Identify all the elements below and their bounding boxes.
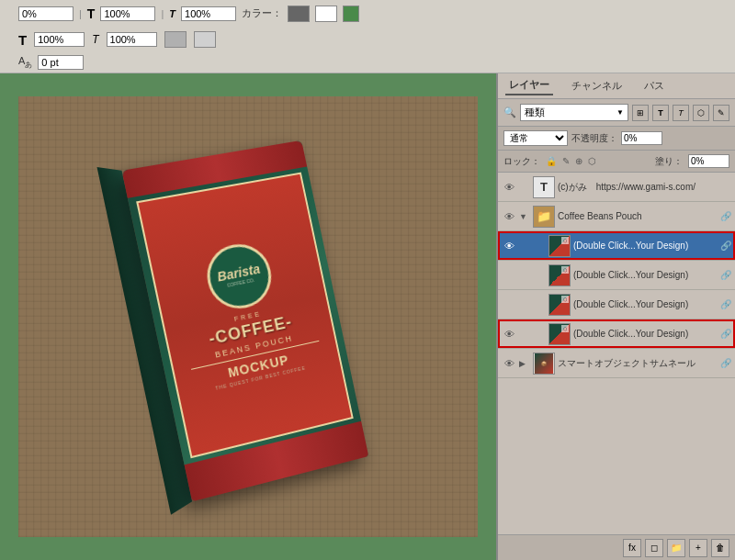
layer-name-1: (c)がみ https://www.gami-s.com/	[558, 181, 731, 194]
delete-layer-btn[interactable]: 🗑	[711, 539, 729, 557]
move-icon[interactable]: ⊕	[575, 156, 582, 166]
layer-thumb-1: T	[533, 176, 555, 198]
panel-header: レイヤー チャンネル パス	[498, 73, 735, 99]
tab-channels[interactable]: チャンネル	[568, 77, 626, 95]
link-icon-3: 🔗	[720, 241, 731, 251]
expand-2[interactable]: ▼	[519, 212, 530, 221]
toolbar-separator: |	[79, 8, 82, 19]
layer-name-smart-4: (Double Click...Your Design)	[573, 329, 718, 339]
layer-thumb-smart-thumb: 📦	[533, 353, 555, 375]
toolbar-row3: Aあ	[0, 52, 735, 73]
font-t-icon2: T	[92, 33, 98, 46]
search-icon: 🔍	[503, 106, 516, 118]
layer-thumb-folder: 📁	[533, 206, 555, 228]
layer-item-text[interactable]: 👁 T (c)がみ https://www.gami-s.com/	[498, 173, 735, 202]
eye-visibility-6[interactable]: 👁	[502, 327, 516, 342]
eye-visibility-2[interactable]: 👁	[502, 209, 516, 224]
fill-input[interactable]	[688, 154, 729, 168]
layer-item-smart-thumb[interactable]: 👁 ▶ 📦 スマートオブジェクトサムネール 🔗	[498, 349, 735, 378]
icon-btn-3[interactable]: T	[673, 105, 689, 121]
layer-thumb-smart-2: ⬡	[548, 264, 571, 286]
layer-name-smart-2: (Double Click...Your Design)	[573, 270, 718, 280]
layer-name-coffee-beans: Coffee Beans Pouch	[558, 211, 718, 221]
font-t-icon: T	[18, 32, 27, 48]
layers-list: 👁 T (c)がみ https://www.gami-s.com/ 👁 ▼ 📁 …	[498, 173, 735, 534]
font-size-input[interactable]	[34, 32, 85, 47]
eye-visibility-4[interactable]: 👁	[502, 268, 516, 283]
font-pt-label: Aあ	[18, 55, 32, 70]
link-icon-7: 🔗	[720, 358, 731, 368]
layer-thumb-smart-4: ⬡	[548, 323, 571, 345]
add-mask-btn[interactable]: ◻	[645, 539, 663, 557]
icon-btn-1[interactable]: ⊞	[632, 105, 649, 121]
toolbar-input-2[interactable]	[100, 6, 155, 21]
lock-label: ロック：	[503, 155, 540, 168]
layer-item-folder[interactable]: 👁 ▼ 📁 Coffee Beans Pouch 🔗	[498, 202, 735, 231]
art-icon[interactable]: ⬡	[588, 156, 596, 166]
eye-visibility-1[interactable]: 👁	[502, 180, 516, 195]
blend-opacity-row: 通常 不透明度：	[498, 127, 735, 151]
link-icon-5: 🔗	[720, 299, 731, 309]
layer-item-smart-3[interactable]: 👁 ⬡ (Double Click...Your Design) 🔗	[498, 290, 735, 319]
blend-mode-select[interactable]: 通常	[503, 130, 568, 146]
brush-icon[interactable]: ✎	[562, 156, 570, 166]
link-icon-6: 🔗	[720, 329, 731, 339]
opacity-label: 不透明度：	[571, 132, 617, 145]
new-group-btn[interactable]: 📁	[667, 539, 685, 557]
search-dropdown-icon[interactable]: ▼	[616, 108, 624, 117]
search-box: 種類 ▼	[520, 104, 628, 121]
expand-7[interactable]: ▶	[519, 359, 530, 368]
layer-item-smart-2[interactable]: 👁 ⬡ (Double Click...Your Design) 🔗	[498, 261, 735, 290]
eye-visibility-7[interactable]: 👁	[502, 356, 516, 371]
icon-btn-4[interactable]: ⬡	[693, 105, 709, 121]
canvas-background: Barista COFFEE CO. FREE -COFFEE- BEANS P…	[18, 96, 478, 537]
tab-paths[interactable]: パス	[640, 77, 668, 95]
color-swatch-green[interactable]	[343, 6, 359, 22]
layer-thumb-smart-1: ⬡	[548, 235, 571, 257]
color-label: カラー：	[242, 6, 282, 20]
font-size-icon2: T	[169, 8, 175, 19]
font-size-input2[interactable]	[107, 32, 157, 47]
eye-visibility-3[interactable]: 👁	[502, 239, 516, 253]
color-lightgray[interactable]	[194, 31, 216, 48]
layer-name-smart-3: (Double Click...Your Design)	[573, 299, 718, 309]
color-gray[interactable]	[164, 31, 187, 48]
barista-logo: Barista COFFEE CO.	[201, 239, 277, 314]
color-swatch-white[interactable]	[315, 6, 337, 22]
icon-btn-5[interactable]: ✎	[713, 105, 729, 121]
layer-name-smart-1: (Double Click...Your Design)	[573, 241, 718, 251]
layer-thumb-smart-3: ⬡	[548, 294, 571, 316]
link-icon-4: 🔗	[720, 270, 731, 280]
panel-footer: fx ◻ 📁 + 🗑	[498, 534, 735, 560]
toolbar-input-3[interactable]	[181, 6, 236, 21]
search-type-label: 種類	[525, 106, 545, 119]
font-size-icon: T	[87, 6, 96, 21]
layers-panel: レイヤー チャンネル パス 🔍 種類 ▼ ⊞ T T ⬡ ✎ 通常 不透明度： …	[496, 73, 735, 560]
tab-layers[interactable]: レイヤー	[505, 76, 553, 95]
toolbar-row1: | T | T カラー：	[0, 0, 735, 28]
font-pt-input[interactable]	[38, 55, 84, 70]
add-style-btn[interactable]: fx	[623, 539, 641, 557]
coffee-package: Barista COFFEE CO. FREE -COFFEE- BEANS P…	[122, 140, 369, 502]
lock-icon[interactable]: 🔒	[546, 156, 557, 166]
top-toolbar: | T | T カラー： T T Aあ	[0, 0, 735, 73]
color-swatch-dark[interactable]	[288, 6, 310, 22]
panel-search-row: 🔍 種類 ▼ ⊞ T T ⬡ ✎	[498, 99, 735, 127]
layer-item-smart-1[interactable]: 👁 ⬡ (Double Click...Your Design) 🔗	[498, 231, 735, 261]
toolbar-input-1[interactable]	[18, 6, 74, 21]
canvas-area: Barista COFFEE CO. FREE -COFFEE- BEANS P…	[0, 73, 496, 560]
icon-btn-2[interactable]: T	[652, 105, 669, 121]
toolbar-separator2: |	[161, 8, 164, 19]
toolbar-row2: T T	[0, 28, 735, 53]
layer-name-smart-thumb: スマートオブジェクトサムネール	[558, 357, 718, 370]
new-layer-btn[interactable]: +	[689, 539, 707, 557]
fill-label: 塗り：	[655, 155, 683, 168]
layer-item-smart-4[interactable]: 👁 ⬡ (Double Click...Your Design) 🔗	[498, 319, 735, 349]
eye-visibility-5[interactable]: 👁	[502, 297, 516, 312]
lock-fill-row: ロック： 🔒 ✎ ⊕ ⬡ 塗り：	[498, 151, 735, 173]
opacity-input[interactable]	[621, 131, 662, 145]
link-icon-2: 🔗	[720, 211, 731, 221]
